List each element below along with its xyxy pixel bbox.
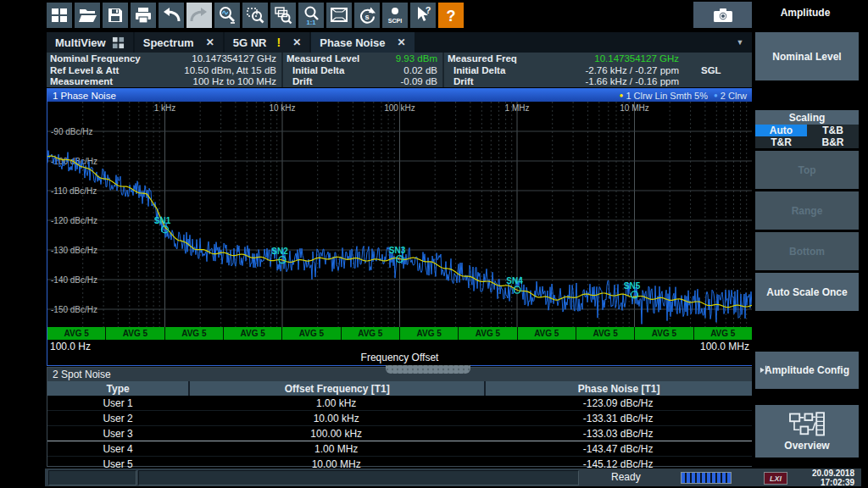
redo-button[interactable] bbox=[186, 3, 212, 28]
table-row[interactable]: User 41.00 MHz-143.47 dBc/Hz bbox=[47, 441, 752, 457]
softkey-panel: Amplitude Scaling AutoT&BT&RB&R Nominal … bbox=[752, 0, 868, 469]
avg-segment: AVG 5 bbox=[165, 327, 223, 340]
channel-tabs: MultiViewSpectrum✕5G NR!✕Phase Noise✕▼ bbox=[47, 32, 752, 53]
table-cell: 100.00 kHz bbox=[188, 428, 484, 440]
softkey-auto-scale-once[interactable]: Auto Scale Once bbox=[755, 273, 859, 311]
zoom-one-to-one-button[interactable]: 1:1 bbox=[298, 3, 324, 28]
undo-icon bbox=[161, 5, 181, 25]
softkey-label: Nominal Level bbox=[772, 51, 841, 63]
scaling-mode-selector: AutoT&BT&RB&R bbox=[755, 125, 859, 148]
softkey-overview[interactable]: Overview bbox=[755, 405, 859, 458]
screenshot-button[interactable] bbox=[693, 2, 752, 28]
scaling-option-bandr[interactable]: B&R bbox=[807, 136, 859, 148]
info-column-2: Measured Level9.93 dBmInitial Delta0.02 … bbox=[281, 53, 442, 87]
info-value: -0.09 dB bbox=[401, 76, 437, 88]
open-file-button[interactable] bbox=[75, 3, 100, 28]
help-icon: ? bbox=[441, 5, 461, 25]
scaling-option-auto[interactable]: Auto bbox=[755, 125, 807, 136]
scpi-remote-button[interactable]: SCPI bbox=[382, 3, 408, 28]
svg-text:?: ? bbox=[447, 8, 456, 25]
softkey-nominal-level[interactable]: Nominal Level bbox=[755, 32, 859, 80]
info-row: Measured Level9.93 dBm bbox=[287, 53, 437, 65]
save-icon bbox=[105, 5, 125, 25]
print-button[interactable] bbox=[131, 3, 156, 28]
softkey-label: Range bbox=[792, 205, 823, 217]
x-tick-label: 10 kHz bbox=[269, 103, 295, 113]
x-tick-label: 100 kHz bbox=[384, 103, 415, 113]
info-row: Initial Delta0.02 dB bbox=[287, 65, 437, 77]
softkey-label: Top bbox=[798, 164, 815, 176]
trace-legend: ●1 Clrw Lin Smth 5%●2 Clrw bbox=[620, 91, 747, 101]
softkey-menu-title: Amplitude bbox=[752, 7, 859, 19]
info-column-3: Measured Freq10.147354127 GHzInitial Del… bbox=[442, 53, 750, 87]
softkey-label: Auto Scale Once bbox=[766, 286, 847, 298]
info-row: Initial Delta-2.76 kHz / -0.27 ppmSGL bbox=[448, 65, 745, 77]
scaling-option-tandr[interactable]: T&R bbox=[755, 136, 807, 148]
zoom-multi-window-button[interactable] bbox=[270, 3, 296, 28]
avg-segment: AVG 5 bbox=[576, 327, 634, 340]
info-value: 10.147354127 GHz bbox=[192, 53, 276, 65]
windows-logo-button[interactable] bbox=[47, 3, 72, 28]
display-frame-button[interactable] bbox=[326, 3, 352, 28]
context-help-button[interactable]: ? bbox=[410, 3, 436, 28]
tab-label: MultiView bbox=[55, 36, 106, 49]
softkey-label: Bottom bbox=[789, 246, 825, 258]
phase-noise-plot[interactable]: 1 kHz10 kHz100 kHz1 MHz10 MHz-90 dBc/Hz-… bbox=[47, 102, 752, 327]
table-row[interactable]: User 11.00 kHz-123.09 dBc/Hz bbox=[47, 396, 752, 411]
info-row: Ref Level & Att10.50 dBm, Att 15 dB bbox=[50, 65, 276, 77]
info-label: Ref Level & Att bbox=[50, 65, 119, 77]
table-cell: User 1 bbox=[47, 397, 188, 409]
table-cell: 1.00 kHz bbox=[188, 397, 484, 409]
time-label: 17:02:39 bbox=[812, 479, 854, 488]
tab-multiview[interactable]: MultiView bbox=[47, 32, 133, 53]
column-header: Phase Noise [T1] bbox=[484, 381, 752, 396]
trace-legend-label: 2 Clrw bbox=[721, 91, 747, 101]
table-row[interactable]: User 3100.00 kHz-133.03 dBc/Hz bbox=[47, 426, 752, 441]
scaling-option-tandb[interactable]: T&B bbox=[807, 125, 859, 136]
softkey-scaling-header: Scaling bbox=[755, 110, 859, 125]
close-icon[interactable]: ✕ bbox=[398, 36, 406, 48]
window-splitter-handle[interactable] bbox=[386, 365, 470, 374]
status-dropdown-main[interactable] bbox=[138, 470, 579, 485]
zoom-selection-button[interactable] bbox=[242, 3, 268, 28]
table-cell: -123.09 dBc/Hz bbox=[484, 397, 752, 409]
softkey-amplitude-config[interactable]: Amplitude Config bbox=[755, 352, 859, 389]
window1-titlebar[interactable]: 1 Phase Noise ●1 Clrw Lin Smth 5%●2 Clrw bbox=[47, 89, 752, 102]
column-header: Type bbox=[47, 383, 188, 395]
softkey-top: Top bbox=[755, 151, 859, 189]
info-label: Measurement bbox=[50, 76, 113, 88]
tab-label: Spectrum bbox=[143, 36, 194, 49]
status-dropdown-left[interactable] bbox=[48, 470, 136, 485]
table-cell: -133.31 dBc/Hz bbox=[484, 413, 752, 424]
close-icon[interactable]: ✕ bbox=[292, 36, 301, 48]
zoom-waveform-button[interactable] bbox=[214, 3, 240, 28]
avg-segment: AVG 5 bbox=[518, 327, 576, 340]
svg-text:?: ? bbox=[426, 5, 431, 15]
info-column-1: Nominal Frequency10.147354127 GHzRef Lev… bbox=[47, 53, 281, 87]
column-header: Offset Frequency [T1] bbox=[188, 381, 484, 396]
undo-button[interactable] bbox=[159, 3, 184, 28]
help-button[interactable]: ? bbox=[438, 3, 464, 28]
x-axis-end: 100.0 MHz bbox=[700, 341, 749, 352]
save-button[interactable] bbox=[103, 3, 128, 28]
y-tick-label: -90 dBc/Hz bbox=[51, 127, 92, 136]
close-icon[interactable]: ✕ bbox=[206, 36, 214, 48]
tab-list-dropdown[interactable]: ▼ bbox=[728, 32, 752, 53]
info-label: Measured Level bbox=[287, 53, 359, 65]
svg-text:1:1: 1:1 bbox=[307, 19, 316, 26]
avg-segment: AVG 5 bbox=[459, 327, 516, 340]
avg-segment: AVG 5 bbox=[400, 327, 458, 340]
spot-noise-table-header: TypeOffset Frequency [T1]Phase Noise [T1… bbox=[47, 381, 752, 396]
tab-spectrum[interactable]: Spectrum✕ bbox=[135, 32, 223, 53]
print-icon bbox=[133, 5, 153, 25]
tab-5g-nr[interactable]: 5G NR!✕ bbox=[225, 32, 309, 53]
tab-phase-noise[interactable]: Phase Noise✕ bbox=[311, 32, 414, 53]
sweep-refresh-button[interactable]: s bbox=[354, 3, 380, 28]
tab-label: Phase Noise bbox=[320, 36, 385, 49]
x-tick-label: 1 MHz bbox=[505, 103, 530, 113]
info-label: Drift bbox=[448, 76, 474, 88]
spot-marker-label: SN2 bbox=[271, 247, 288, 256]
x-tick-label: 1 kHz bbox=[154, 103, 176, 113]
table-row[interactable]: User 210.00 kHz-133.31 dBc/Hz bbox=[47, 411, 752, 426]
x-axis-title: Frequency Offset bbox=[47, 352, 752, 363]
